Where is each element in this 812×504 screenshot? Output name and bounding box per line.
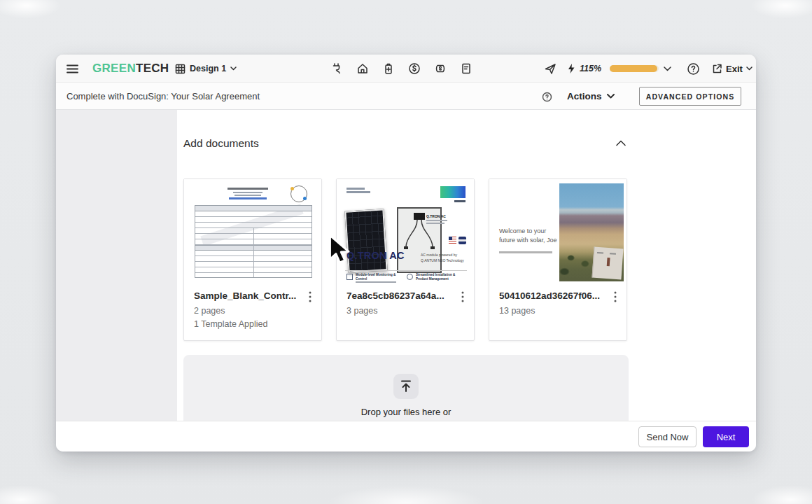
dropzone-label: Drop your files here or [183, 407, 629, 417]
progress-dropdown-button[interactable] [662, 64, 673, 73]
qtron-side-label: Q.TRON AC [426, 214, 446, 218]
thumb-text-line [346, 188, 365, 190]
dollar-coin-icon [408, 62, 421, 75]
document-pages: 13 pages [499, 306, 535, 316]
contract-table [195, 205, 312, 278]
table-column-divider [253, 228, 254, 277]
send-icon [544, 62, 556, 75]
main-content: Add documents [56, 110, 756, 421]
add-documents-title: Add documents [183, 137, 259, 150]
thumb-text-line [426, 220, 447, 221]
kebab-menu-button[interactable] [303, 290, 317, 305]
toolbar-tool-icons [330, 55, 472, 83]
document-pages: 3 pages [346, 306, 377, 316]
cash-icon [434, 62, 447, 75]
brand-logo: GREENTECH [92, 55, 169, 83]
document-thumbnail-contract[interactable] [184, 179, 321, 286]
zoom-level: 115% [580, 55, 601, 83]
send-button[interactable] [544, 62, 556, 75]
help-icon [687, 62, 700, 76]
document-card: Sample_Blank_Contr... 2 pages 1 Template… [183, 178, 322, 341]
question-icon [542, 92, 552, 102]
thumb-text-line [233, 192, 262, 193]
design-selector-label: Design 1 [190, 64, 226, 74]
thumb-link-line [229, 197, 267, 200]
solar-panel-front-image [344, 209, 387, 272]
cash-tool-button[interactable] [434, 62, 447, 75]
desert-photo [559, 183, 624, 281]
next-button[interactable]: Next [703, 426, 749, 447]
advanced-options-button[interactable]: ADVANCED OPTIONS [639, 87, 741, 106]
qcells-logo [440, 186, 465, 198]
help-button[interactable] [686, 62, 700, 76]
kebab-menu-icon [461, 291, 464, 302]
thumb-text-line [499, 251, 552, 253]
document-card: Welcome to your future with solar, Joe 5… [489, 178, 627, 341]
lightning-icon [566, 63, 576, 74]
envelope-help-button[interactable] [541, 91, 552, 102]
qtron-feature-1: Module-level Monitoring & Control [356, 273, 399, 282]
upload-icon [398, 379, 414, 394]
qtron-tagline: AC module powered by Q.ANTUM NEO Technol… [421, 252, 467, 263]
document-thumbnail-qtron[interactable]: Q.TRON AC Q.TRON AC AC module powered by… [337, 179, 474, 286]
us-flag-icon [449, 237, 456, 244]
kebab-menu-button[interactable] [456, 290, 470, 305]
file-dropzone[interactable]: Drop your files here or [183, 355, 629, 421]
thumb-text-line [454, 200, 465, 202]
kebab-menu-button[interactable] [608, 290, 622, 305]
plug-tool-button[interactable] [330, 62, 343, 75]
document-card: Q.TRON AC Q.TRON AC AC module powered by… [336, 178, 475, 341]
battery-icon [382, 62, 395, 75]
solar-logo-icon [290, 186, 307, 202]
chevron-down-icon [230, 66, 237, 71]
qtron-title: Q.TRON AC [346, 250, 405, 261]
desktop-background: GREENTECH Design 1 [0, 0, 812, 504]
collapse-section-button[interactable] [616, 138, 626, 148]
document-name: 50410612ad36267f06... [499, 290, 604, 301]
battery-tool-button[interactable] [382, 62, 395, 75]
actions-menu-button[interactable]: Actions [567, 83, 615, 110]
design-selector[interactable]: Design 1 [175, 55, 237, 83]
thumb-text-line [227, 188, 268, 190]
brand-green-text: GREEN [92, 62, 136, 76]
zoom-progress-fill [610, 65, 657, 72]
chevron-up-icon [616, 140, 626, 146]
document-pages: 2 pages [194, 306, 225, 316]
plug-icon [330, 62, 343, 75]
progress-bar [610, 65, 659, 72]
hamburger-menu-icon [66, 64, 78, 74]
exit-label: Exit [726, 64, 743, 74]
thumb-divider [345, 270, 467, 271]
exit-button[interactable]: Exit [711, 55, 752, 83]
chevron-down-icon [746, 66, 752, 71]
kebab-menu-icon [309, 291, 312, 302]
thumb-text-line [234, 195, 261, 196]
exit-icon [711, 63, 722, 74]
welcome-heading: Welcome to your future with solar, Joe [499, 227, 561, 244]
footer-bar: Send Now Next [56, 421, 756, 451]
top-toolbar: GREENTECH Design 1 [56, 55, 756, 83]
document-icon [460, 62, 472, 75]
app-window: GREENTECH Design 1 [56, 55, 756, 451]
envelope-title: Complete with DocuSign: Your Solar Agree… [66, 83, 260, 110]
document-name: Sample_Blank_Contr... [194, 290, 299, 301]
chevron-down-icon [664, 66, 671, 71]
hamburger-menu-button[interactable] [63, 60, 81, 77]
document-thumbnail-welcome[interactable]: Welcome to your future with solar, Joe [489, 179, 626, 286]
actions-label: Actions [567, 91, 602, 102]
monitoring-icon [346, 274, 353, 280]
kebab-menu-icon [614, 291, 617, 302]
chevron-down-icon [607, 94, 615, 99]
upload-icon-box [393, 374, 419, 399]
document-template-applied: 1 Template Applied [194, 319, 267, 329]
home-icon [356, 62, 369, 75]
hand-icon [407, 274, 413, 280]
document-name: 7ea8c5cb86237a64a... [346, 290, 451, 301]
home-tool-button[interactable] [356, 62, 369, 75]
shield-badge-icon [458, 237, 466, 244]
dollar-tool-button[interactable] [408, 62, 421, 75]
send-now-button[interactable]: Send Now [638, 426, 696, 447]
document-tool-button[interactable] [460, 62, 472, 75]
envelope-header: Complete with DocuSign: Your Solar Agree… [56, 83, 756, 110]
photo-building [592, 247, 624, 280]
